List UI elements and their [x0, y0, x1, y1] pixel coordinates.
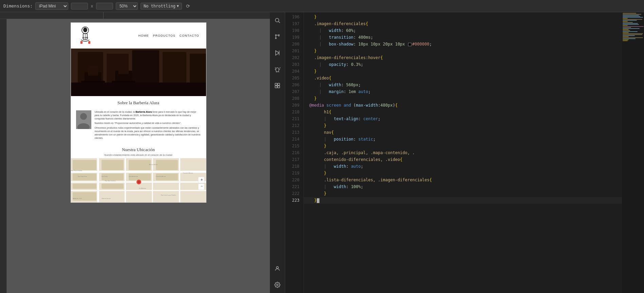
code-line-207: | margin: 1em auto;	[304, 88, 622, 95]
chevron-down-icon: ▼	[177, 4, 179, 8]
minimap-line	[623, 17, 643, 18]
search-icon[interactable]	[273, 16, 282, 25]
site-preview: ALURA HOME PRODUCTOS CONTACTO	[71, 22, 206, 203]
svg-rect-72	[278, 83, 280, 85]
line-num-220: 220	[285, 177, 303, 183]
line-num-211: 211	[285, 115, 303, 122]
line-num-202: 202	[285, 54, 303, 61]
preview-panel: ALURA HOME PRODUCTOS CONTACTO	[0, 12, 270, 293]
line-num-214: 214	[285, 136, 303, 143]
svg-rect-34	[73, 160, 96, 170]
svg-text:Rua São Caetano: Rua São Caetano	[105, 180, 116, 182]
minimap-line	[623, 20, 637, 21]
throttle-label: No throttling	[144, 4, 176, 8]
rotate-icon[interactable]: ⟳	[185, 3, 191, 10]
code-line-208: }	[304, 95, 622, 102]
svg-text:+: +	[201, 178, 203, 182]
map-preview: São Paulo Rua São Paulo Ultra Academia F…	[71, 158, 206, 202]
code-line-200: | box-shadow: 10px 10px 20px 10px #00000…	[304, 41, 622, 48]
line-num-199: 199	[285, 34, 303, 41]
height-input[interactable]: 1024	[96, 3, 113, 10]
line-num-219: 219	[285, 170, 303, 177]
minimap-line	[623, 36, 629, 37]
code-line-215: }	[304, 143, 622, 149]
svg-rect-5	[80, 41, 82, 42]
account-icon[interactable]	[273, 264, 282, 273]
dimensions-label: Dimensions:	[3, 3, 33, 8]
line-num-203: 203	[285, 61, 303, 68]
svg-rect-44	[73, 192, 96, 201]
device-select[interactable]: iPad Mini iPhone 12 Responsive	[35, 2, 68, 10]
line-num-206: 206	[285, 81, 303, 88]
x-separator: x	[91, 3, 93, 8]
code-line-198: | width: 60%;	[304, 27, 622, 34]
line-num-200: 200	[285, 41, 303, 48]
hero-image	[71, 49, 206, 96]
svg-point-76	[277, 284, 278, 286]
code-line-223: }	[304, 197, 622, 204]
line-num-196: 196	[285, 14, 303, 20]
svg-text:Rua Paulo Eráclito: Rua Paulo Eráclito	[71, 170, 82, 171]
width-input[interactable]: 768	[71, 3, 88, 10]
minimap-line	[623, 18, 628, 19]
toolbar: Dimensions: iPad Mini iPhone 12 Responsi…	[0, 0, 644, 12]
run-icon[interactable]	[273, 48, 282, 58]
code-line-202: .imagen-diferenciales:hover{	[304, 54, 622, 61]
svg-rect-71	[275, 83, 277, 85]
about-text: Ubicada en el corazón de la ciudad, la B…	[95, 110, 201, 141]
debug-icon[interactable]	[273, 65, 282, 74]
git-icon[interactable]	[273, 32, 282, 41]
minimap-line	[623, 32, 629, 33]
zoom-select[interactable]: 50% 75% 100%	[116, 2, 138, 10]
code-line-203: | opacity: 0.3%;	[304, 61, 622, 68]
svg-rect-74	[278, 86, 280, 88]
svg-marker-69	[276, 51, 279, 55]
svg-text:Galeria Gomes: Galeria Gomes	[102, 198, 111, 199]
svg-rect-22	[71, 49, 206, 96]
about-title: Sobre la Barbería Alura	[71, 96, 206, 108]
minimap-line	[623, 27, 631, 28]
settings-icon[interactable]	[273, 280, 282, 290]
svg-rect-35	[102, 160, 124, 170]
line-num-215: 215	[285, 143, 303, 149]
code-line-201: }	[304, 48, 622, 54]
code-line-199: | transition: 400ms;	[304, 34, 622, 41]
location-subtitle: Nuestro establecimiento está ubicado en …	[71, 154, 206, 158]
minimap-line	[623, 37, 643, 38]
svg-text:Ultra Academia: Ultra Academia	[129, 176, 138, 177]
line-num-207: 207	[285, 88, 303, 95]
code-line-216: .caja, .principal, .mapa-contenido, .	[304, 149, 622, 156]
code-text[interactable]: } .imagen-diferenciales{ | width: 60%; |…	[304, 12, 622, 293]
svg-point-50	[137, 181, 140, 183]
svg-text:IMEA São Vital: IMEA São Vital	[73, 198, 82, 199]
minimap-line	[623, 38, 636, 39]
svg-rect-6	[88, 41, 90, 44]
line-num-217: 217	[285, 156, 303, 163]
minimap-line	[623, 35, 635, 36]
svg-line-64	[278, 21, 280, 23]
svg-text:Farmácia Amore: Farmácia Amore	[156, 176, 166, 177]
code-line-197: .imagen-diferenciales{	[304, 20, 622, 27]
line-num-197: 197	[285, 20, 303, 27]
minimap-line	[623, 26, 644, 27]
svg-text:ALURA: ALURA	[82, 37, 88, 39]
svg-text:Rua Liceu Lopes Paulino: Rua Liceu Lopes Paulino	[161, 194, 176, 196]
svg-point-63	[275, 18, 279, 22]
minimap-line	[623, 15, 639, 16]
code-line-220: .lista-diferenciales, .imagen-diferencia…	[304, 177, 622, 183]
minimap-line	[623, 14, 641, 15]
throttle-select[interactable]: No throttling ▼	[141, 3, 182, 10]
line-num-201: 201	[285, 48, 303, 54]
code-line-217: contenido-diferenciales, .video{	[304, 156, 622, 163]
site-hero	[71, 49, 206, 96]
svg-point-75	[276, 267, 278, 269]
minimap-line	[623, 40, 628, 41]
extensions-icon[interactable]	[273, 81, 282, 90]
svg-rect-73	[275, 86, 277, 88]
svg-rect-43	[102, 184, 124, 189]
minimap-line	[623, 28, 640, 29]
minimap-line	[623, 24, 639, 25]
nav-home: HOME	[138, 34, 149, 37]
line-num-208: 208	[285, 95, 303, 102]
code-line-221: | width: 100%;	[304, 183, 622, 190]
